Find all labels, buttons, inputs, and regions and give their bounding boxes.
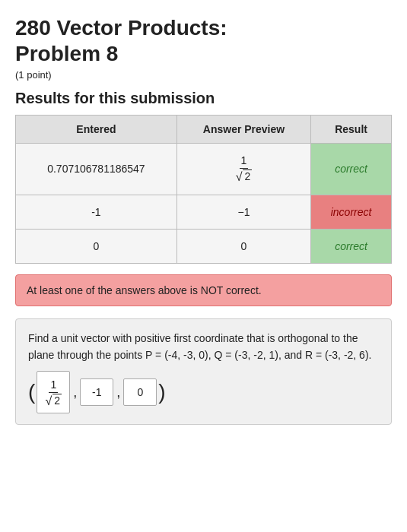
preview-cell-2: −1: [176, 195, 310, 229]
alert-message: At least one of the answers above is NOT…: [27, 284, 262, 296]
comma-2: ,: [116, 382, 120, 404]
table-row: -1 −1 incorrect: [16, 195, 392, 229]
entered-cell-3: 0: [16, 229, 177, 263]
info-text: Find a unit vector with positive first c…: [28, 330, 379, 364]
entered-cell-2: -1: [16, 195, 177, 229]
table-row: 0 0 correct: [16, 229, 392, 263]
table-row: 0.707106781186547 1 √2 correct: [16, 144, 392, 195]
fraction-display: 1 √2: [236, 154, 253, 183]
col-header-result: Result: [311, 116, 392, 144]
sqrt-display: √2: [236, 169, 253, 183]
answer-inputs: ( 1 √2 , -1 , 0 ): [28, 371, 379, 413]
info-box: Find a unit vector with positive first c…: [15, 318, 392, 425]
close-paren: ): [158, 382, 165, 403]
alert-box: At least one of the answers above is NOT…: [15, 274, 392, 306]
result-cell-1: correct: [311, 144, 392, 195]
entered-cell-1: 0.707106781186547: [16, 144, 177, 195]
comma-1: ,: [73, 382, 77, 404]
point-label: (1 point): [15, 69, 392, 81]
preview-cell-1: 1 √2: [176, 144, 310, 195]
open-paren: (: [28, 382, 35, 403]
result-cell-3: correct: [311, 229, 392, 263]
col-header-entered: Entered: [16, 116, 177, 144]
preview-cell-3: 0: [176, 229, 310, 263]
col-header-preview: Answer Preview: [176, 116, 310, 144]
answer-input-3[interactable]: 0: [123, 378, 157, 406]
result-cell-2: incorrect: [311, 195, 392, 229]
answer-input-2[interactable]: -1: [80, 378, 113, 406]
answer-input-1[interactable]: 1 √2: [37, 371, 70, 413]
section-title: Results for this submission: [15, 90, 392, 107]
page-title: 280 Vector Products: Problem 8: [15, 15, 392, 66]
results-table: Entered Answer Preview Result 0.70710678…: [15, 115, 392, 263]
